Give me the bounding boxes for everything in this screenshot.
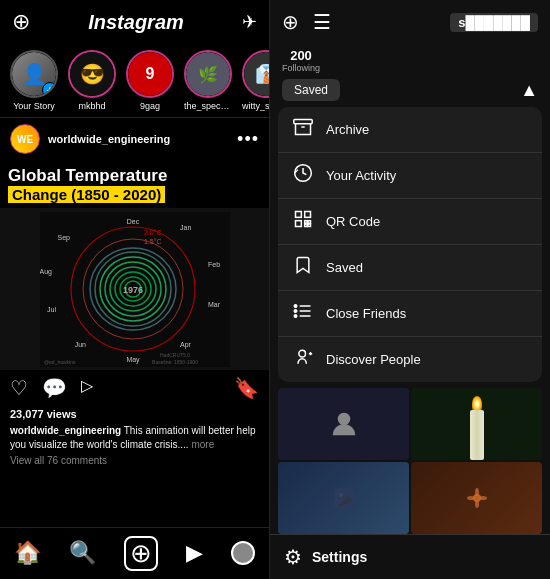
menu-item-qr[interactable]: QR Code <box>278 199 542 245</box>
following-label: Following <box>282 63 320 73</box>
left-panel: ⊕ Instagram ✈ 👤 + Your Story 😎 mkbhd <box>0 0 270 579</box>
svg-text:HadCRUT5.0: HadCRUT5.0 <box>160 352 190 358</box>
close-friends-label: Close Friends <box>326 306 406 321</box>
comment-icon[interactable]: 💬 <box>42 376 67 400</box>
svg-rect-31 <box>296 221 302 227</box>
person-icon <box>329 409 359 439</box>
witty-label: witty_speri... <box>242 101 269 111</box>
title-line2: Change (1850 - 2020) <box>8 186 165 203</box>
svg-text:Sep: Sep <box>58 234 71 242</box>
story-item-mkbhd[interactable]: 😎 mkbhd <box>68 50 116 111</box>
settings-row[interactable]: ⚙ Settings <box>270 534 550 579</box>
hamburger-icon[interactable]: ☰ <box>313 10 331 34</box>
svg-rect-46 <box>334 488 354 508</box>
post-image: Global Temperature Change (1850 - 2020) … <box>0 160 270 370</box>
svg-rect-35 <box>308 221 311 224</box>
like-icon[interactable]: ♡ <box>10 376 28 400</box>
svg-point-49 <box>475 488 479 496</box>
saved-menu-label: Saved <box>326 260 363 275</box>
stories-row: 👤 + Your Story 😎 mkbhd 9 9gag <box>0 44 269 117</box>
collapse-icon[interactable]: ▲ <box>520 80 538 101</box>
right-panel: ⊕ ☰ s███████ 200 Following Saved ▲ Ar <box>270 0 550 579</box>
your-story-avatar: 👤 + <box>10 50 58 98</box>
svg-point-42 <box>299 350 306 357</box>
header-icons: ✈ <box>242 11 257 33</box>
profile-stats-row: 200 Following <box>270 44 550 75</box>
qr-label: QR Code <box>326 214 380 229</box>
story-item-your-story[interactable]: 👤 + Your Story <box>10 50 58 111</box>
svg-rect-30 <box>305 212 311 218</box>
nav-reels-icon[interactable]: ▶ <box>186 540 203 566</box>
svg-rect-34 <box>305 224 308 227</box>
view-comments[interactable]: View all 76 comments <box>0 454 269 467</box>
svg-rect-32 <box>305 221 308 224</box>
post-stats: 23,077 views <box>0 406 269 422</box>
svg-rect-29 <box>296 212 302 218</box>
thumbnail-section <box>270 388 550 534</box>
svg-text:Jun: Jun <box>75 341 86 348</box>
story-item-the-speck[interactable]: 🌿 the_speck_ta... <box>184 50 232 111</box>
save-icon[interactable]: 🔖 <box>234 376 259 400</box>
svg-text:2.0°C: 2.0°C <box>144 229 162 236</box>
climate-spiral-chart: Dec Jan Feb Mar Apr May Jun Jul Aug Sep … <box>40 212 230 367</box>
menu-item-saved[interactable]: Saved <box>278 245 542 291</box>
the-speck-label: the_speck_ta... <box>184 101 232 111</box>
post-author-name: worldwide_engineering <box>48 133 170 145</box>
archive-label: Archive <box>326 122 369 137</box>
svg-point-47 <box>339 493 343 497</box>
close-friends-icon <box>292 301 314 326</box>
add-post-icon[interactable]: ⊕ <box>12 9 30 35</box>
svg-point-51 <box>467 496 475 500</box>
nav-search-icon[interactable]: 🔍 <box>69 540 96 566</box>
discover-label: Discover People <box>326 352 421 367</box>
right-username: s███████ <box>450 13 538 32</box>
9gag-avatar: 9 <box>126 50 174 98</box>
svg-rect-33 <box>308 224 311 227</box>
flower-icon <box>465 486 489 510</box>
saved-dropdown[interactable]: Saved <box>282 79 340 101</box>
mkbhd-avatar: 😎 <box>68 50 116 98</box>
saved-thumb-1[interactable] <box>278 388 409 460</box>
nav-home-icon[interactable]: 🏠 <box>14 540 41 566</box>
saved-thumb-4[interactable] <box>411 462 542 534</box>
svg-text:Jan: Jan <box>180 224 191 231</box>
menu-item-close-friends[interactable]: Close Friends <box>278 291 542 337</box>
spiral-svg: Dec Jan Feb Mar Apr May Jun Jul Aug Sep … <box>40 212 230 367</box>
following-stat: 200 Following <box>282 48 320 73</box>
nav-add-icon[interactable]: ⊕ <box>124 536 158 571</box>
witty-avatar: 👔 <box>242 50 269 98</box>
the-speck-avatar: 🌿 <box>184 50 232 98</box>
svg-text:Feb: Feb <box>208 261 220 268</box>
svg-text:Dec: Dec <box>127 218 140 225</box>
story-item-witty[interactable]: 👔 witty_speri... <box>242 50 269 111</box>
direct-message-icon[interactable]: ✈ <box>242 11 257 33</box>
post-more-options[interactable]: ••• <box>237 129 259 150</box>
saved-thumb-3[interactable] <box>278 462 409 534</box>
svg-text:1.5°C: 1.5°C <box>144 238 162 245</box>
svg-text:Jul: Jul <box>47 306 56 313</box>
activity-label: Your Activity <box>326 168 396 183</box>
svg-text:@ed_hawkins: @ed_hawkins <box>44 359 76 365</box>
post-caption: worldwide_engineering This animation wil… <box>0 422 269 454</box>
svg-point-40 <box>294 310 297 313</box>
svg-text:Baseline: 1850-1900: Baseline: 1850-1900 <box>152 359 198 365</box>
share-icon[interactable]: ▷ <box>81 376 93 400</box>
saved-grid <box>278 388 542 534</box>
add-content-icon[interactable]: ⊕ <box>282 10 299 34</box>
svg-point-39 <box>294 305 297 308</box>
svg-point-50 <box>475 500 479 508</box>
menu-item-archive[interactable]: Archive <box>278 107 542 153</box>
story-item-9gag[interactable]: 9 9gag <box>126 50 174 111</box>
menu-item-activity[interactable]: Your Activity <box>278 153 542 199</box>
menu-item-discover[interactable]: Discover People <box>278 337 542 382</box>
right-header-icons: ⊕ ☰ <box>282 10 331 34</box>
saved-thumb-2[interactable] <box>411 388 542 460</box>
saved-row: Saved ▲ <box>270 75 550 105</box>
svg-text:1976: 1976 <box>123 285 143 295</box>
caption-author: worldwide_engineering <box>10 425 121 436</box>
mkbhd-label: mkbhd <box>78 101 105 111</box>
svg-text:Apr: Apr <box>180 341 192 349</box>
post-actions: ♡ 💬 ▷ 🔖 <box>0 370 269 406</box>
caption-more[interactable]: more <box>191 439 214 450</box>
nav-profile-avatar[interactable] <box>231 541 255 565</box>
